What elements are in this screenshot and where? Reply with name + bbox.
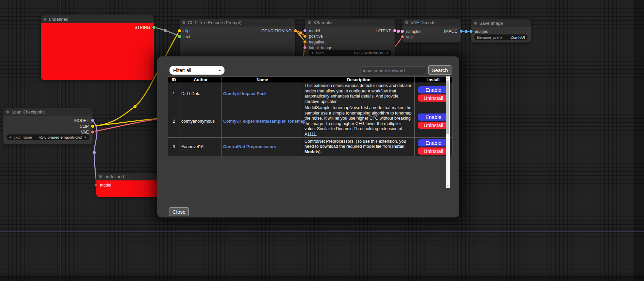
node-header[interactable]: VAE Decode [402,19,461,27]
ext-link[interactable]: ComfyUI Impact Pack [223,91,267,96]
input-dot-latent-image[interactable] [303,46,307,49]
input-label-positive: positive [309,34,323,39]
output-dot-image[interactable] [460,30,463,33]
node-collapse-dot[interactable] [405,21,408,24]
table-scrollbar[interactable]: ▲ ▼ [446,76,450,188]
node-header[interactable]: KSampler [305,19,395,27]
search-input[interactable] [361,67,425,74]
enable-button[interactable]: Enable [418,113,449,121]
ext-description: ModelSamplerTonemapNoiseTest a node that… [303,105,415,138]
table-row: 1 Dr.Lt.Data ComfyUI Impact Pack This ex… [168,83,452,105]
ckpt-widget-label: ckpt_name [14,135,32,139]
enable-button[interactable]: Enable [418,86,449,93]
uninstall-button[interactable]: Uninstall [418,94,449,102]
input-dot-model[interactable] [95,183,98,187]
filter-select-wrap: Filter: all [169,66,225,75]
input-label-latent-image: latent_image [309,46,332,50]
node-undefined-top[interactable]: undefined STRING [41,15,154,80]
output-dot-conditioning[interactable] [294,29,297,32]
seed-widget-label: seed [315,51,324,55]
ext-link[interactable]: ComfyUI_experiments/sampler_tonemap [223,119,306,124]
input-dot-negative[interactable] [303,40,307,43]
seed-widget-value: 156680208700286 [353,51,384,55]
node-collapse-dot[interactable] [99,175,102,178]
node-header[interactable]: undefined [41,15,154,23]
node-collapse-dot[interactable] [6,110,9,113]
node-collapse-dot[interactable] [474,22,477,25]
output-label-latent: LATENT [376,29,391,33]
seed-increment-arrow[interactable]: ▶ [387,50,389,56]
node-header[interactable]: undefined [96,173,164,180]
wire-string-to-text [154,27,180,36]
canvas-origin-axis-horizontal [0,231,644,232]
header-author: Author [180,77,222,83]
input-dot-images[interactable] [469,30,473,33]
seed-widget[interactable]: ◀ seed 156680208700286 ▶ [309,50,391,56]
close-button[interactable]: Close [169,207,189,216]
node-collapse-dot[interactable] [44,18,47,21]
output-label-vae: VAE [81,130,89,135]
node-undefined-bottom[interactable]: undefined model [96,173,164,197]
scrollbar-down-arrow[interactable]: ▼ [446,184,450,188]
uninstall-button[interactable]: Uninstall [418,147,449,155]
node-header[interactable]: Load Checkpoint [3,108,93,116]
output-dot-latent[interactable] [393,29,396,32]
extensions-table: ID Author Name Description Install 1 Dr.… [168,76,452,156]
ext-author: Dr.Lt.Data [180,83,222,105]
input-dot-positive[interactable] [303,35,307,38]
node-title: VAE Decode [411,20,435,25]
ext-link[interactable]: ControlNet Preprocessors [223,144,276,149]
output-dot-clip[interactable] [91,125,94,128]
node-collapse-dot[interactable] [308,21,311,24]
uninstall-button[interactable]: Uninstall [418,122,449,129]
comfyui-canvas[interactable]: undefined STRING CLIP Text Encode (Promp… [0,0,644,281]
link-dot-image [464,30,468,33]
ext-author: Fannovel16 [180,138,222,156]
node-header[interactable]: Save Image [471,19,531,27]
node-collapse-dot[interactable] [182,21,185,24]
ext-id: 2 [168,105,180,138]
filename-prefix-widget[interactable]: filename_prefix ComfyUI [475,35,527,40]
ckpt-next-arrow[interactable]: ▶ [85,135,87,140]
filter-select[interactable]: Filter: all [169,66,225,75]
node-save-image[interactable]: Save Image images filename_prefix ComfyU… [471,19,531,42]
canvas-edge-bottom [0,275,644,281]
custom-nodes-dialog: Filter: all Search ID Author Name Descri… [157,56,459,217]
header-description: Description [303,77,415,83]
node-header[interactable]: CLIP Text Encode (Prompt) [180,19,295,27]
seed-decrement-arrow[interactable]: ◀ [311,50,313,56]
node-title: undefined [104,174,124,179]
table-header-row: ID Author Name Description Install [168,77,452,83]
output-dot-string[interactable] [152,26,155,29]
input-label-vae: vae [406,35,413,39]
scrollbar-up-arrow[interactable]: ▲ [446,76,450,80]
link-dot-latent [397,30,400,33]
desc-text: ModelSamplerTonemapNoiseTest a node that… [304,105,412,137]
ckpt-name-widget[interactable]: ◀ ckpt_name v1-5-pruned-emaonly.ckpt ▶ [7,135,89,140]
input-label-model: model [100,183,111,188]
output-label-string: STRING [135,25,150,30]
input-dot-text[interactable] [178,35,181,38]
output-label-model: MODEL [74,118,89,123]
node-title: CLIP Text Encode (Prompt) [188,20,242,25]
node-load-checkpoint[interactable]: Load Checkpoint MODEL CLIP VAE ◀ ckpt_na… [3,108,93,144]
ckpt-prev-arrow[interactable]: ◀ [9,135,11,140]
filename-prefix-label: filename_prefix [477,35,502,39]
node-vae-decode[interactable]: VAE Decode samples vae IMAGE [402,19,461,42]
enable-button[interactable]: Enable [418,139,449,146]
input-dot-vae[interactable] [401,35,404,38]
node-title: Load Checkpoint [12,109,45,115]
scrollbar-thumb[interactable] [446,81,449,134]
ext-id: 1 [168,83,180,105]
output-dot-model[interactable] [91,119,94,122]
search-button[interactable]: Search [428,65,451,75]
output-label-conditioning: CONDITIONING [261,29,292,33]
node-body [41,23,154,80]
node-ksampler[interactable]: KSampler model positive negative latent_… [305,19,395,59]
canvas-edge-right [633,0,644,281]
header-id: ID [168,77,180,83]
output-dot-vae[interactable] [91,130,94,134]
link-dot-string [164,29,167,32]
desc-text-tail: ) [319,150,320,154]
ckpt-widget-value: v1-5-pruned-emaonly.ckpt [39,135,82,139]
